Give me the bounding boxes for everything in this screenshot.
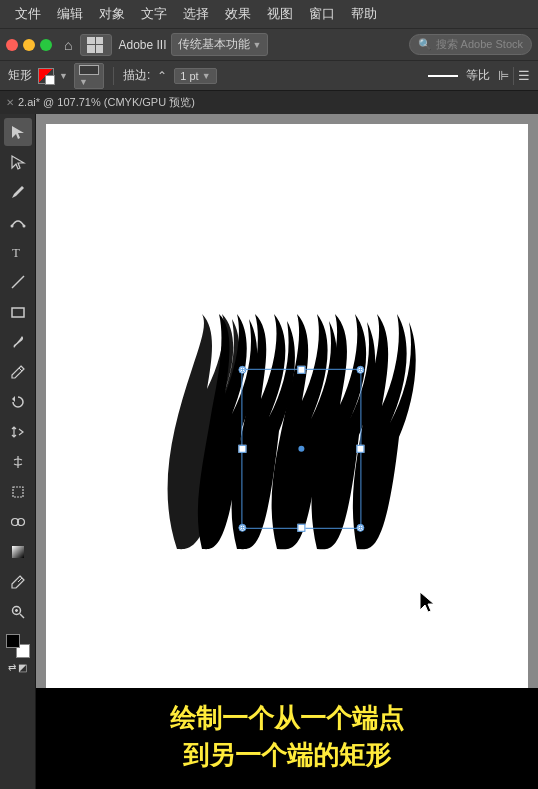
main-area: T <box>0 114 538 789</box>
close-button[interactable] <box>6 39 18 51</box>
foreground-color-swatch[interactable] <box>6 634 20 648</box>
workspace-preset-dropdown[interactable]: 传统基本功能 ▼ <box>171 33 269 56</box>
menu-file[interactable]: 文件 <box>8 3 48 25</box>
workspace-label: Adobe III <box>118 38 166 52</box>
color-swatches[interactable] <box>6 634 30 658</box>
free-transform-tool[interactable] <box>4 478 32 506</box>
pencil-tool[interactable] <box>4 358 32 386</box>
maximize-button[interactable] <box>40 39 52 51</box>
line-style-options <box>428 75 458 77</box>
annotation-overlay: 绘制一个从一个端点 到另一个端的矩形 <box>36 688 538 789</box>
stroke-chevron-icon: ▼ <box>59 71 68 81</box>
eyedropper-tool[interactable] <box>4 568 32 596</box>
workspace-grid-icon <box>80 34 112 56</box>
stroke-weight-dropdown-arrow: ▼ <box>202 71 211 81</box>
swap-colors-icon[interactable]: ⇄ <box>8 662 16 673</box>
fill-stroke-swatch[interactable]: ▼ <box>38 68 68 84</box>
stroke-weight-value: 1 pt <box>180 70 198 82</box>
default-colors-icon[interactable]: ◩ <box>18 662 27 673</box>
svg-point-1 <box>22 225 25 228</box>
svg-line-5 <box>19 368 22 371</box>
svg-marker-17 <box>420 592 434 612</box>
menu-view[interactable]: 视图 <box>260 3 300 25</box>
minimize-button[interactable] <box>23 39 35 51</box>
shape-builder-tool[interactable] <box>4 508 32 536</box>
menu-bar: 文件 编辑 对象 文字 选择 效果 视图 窗口 帮助 <box>0 0 538 28</box>
toolbar-properties: 矩形 ▼ ▼ 描边: ⌃ 1 pt ▼ 等比 ⊫ ☰ <box>0 60 538 90</box>
menu-effect[interactable]: 效果 <box>218 3 258 25</box>
dropdown-arrow-icon: ▼ <box>253 40 262 50</box>
type-tool[interactable]: T <box>4 238 32 266</box>
reflect-tool[interactable] <box>4 418 32 446</box>
search-icon: 🔍 <box>418 38 432 51</box>
cursor-arrow <box>420 592 438 619</box>
canvas-area[interactable]: 绘制一个从一个端点 到另一个端的矩形 <box>36 114 538 789</box>
direct-selection-tool[interactable] <box>4 148 32 176</box>
line-style-solid[interactable] <box>428 75 458 77</box>
home-icon[interactable]: ⌂ <box>60 35 76 55</box>
stroke-dropdown-arrow: ▼ <box>79 77 88 87</box>
menu-object[interactable]: 对象 <box>92 3 132 25</box>
menu-edit[interactable]: 编辑 <box>50 3 90 25</box>
tab-close-button[interactable]: ✕ <box>6 97 14 108</box>
artboard <box>46 124 528 779</box>
menu-select[interactable]: 选择 <box>176 3 216 25</box>
menu-help[interactable]: 帮助 <box>344 3 384 25</box>
paintbrush-tool[interactable] <box>4 328 32 356</box>
line-tool[interactable] <box>4 268 32 296</box>
traffic-lights <box>6 39 52 51</box>
svg-marker-6 <box>12 396 15 402</box>
tab-filename[interactable]: 2.ai* @ 107.71% (CMYK/GPU 预览) <box>18 95 195 110</box>
svg-rect-4 <box>12 308 24 317</box>
width-tool[interactable] <box>4 448 32 476</box>
svg-point-0 <box>10 225 13 228</box>
workspace-preset-label: 传统基本功能 <box>178 36 250 53</box>
selection-tool[interactable] <box>4 118 32 146</box>
toolbar-separator <box>113 67 114 85</box>
curvature-tool[interactable] <box>4 208 32 236</box>
svg-line-3 <box>12 276 24 288</box>
toolbar2-right-controls: 等比 ⊫ ☰ <box>428 67 530 85</box>
menu-text[interactable]: 文字 <box>134 3 174 25</box>
stroke-up-arrow[interactable]: ⌃ <box>157 69 167 83</box>
shape-tool-label: 矩形 <box>8 67 32 84</box>
search-placeholder: 搜索 Adobe Stock <box>436 37 523 52</box>
svg-rect-8 <box>13 487 23 497</box>
rectangle-tool[interactable] <box>4 298 32 326</box>
gradient-tool[interactable] <box>4 538 32 566</box>
stock-search-box[interactable]: 🔍 搜索 Adobe Stock <box>409 34 532 55</box>
pen-tool[interactable] <box>4 178 32 206</box>
stroke-label: 描边: <box>123 67 150 84</box>
more-options-icon[interactable]: ☰ <box>518 68 530 83</box>
align-icon[interactable]: ⊫ <box>498 68 509 83</box>
ratio-label: 等比 <box>466 67 490 84</box>
svg-rect-11 <box>12 546 24 558</box>
annotation-line2: 到另一个端的矩形 <box>56 737 518 773</box>
stroke-weight-field[interactable]: 1 pt ▼ <box>174 68 216 84</box>
toolbar2-separator2 <box>513 67 514 85</box>
toolbar-top: ⌂ Adobe III 传统基本功能 ▼ 🔍 搜索 Adobe Stock <box>0 28 538 60</box>
svg-line-14 <box>20 614 24 618</box>
menu-window[interactable]: 窗口 <box>302 3 342 25</box>
left-toolbar: T <box>0 114 36 789</box>
stroke-style-dropdown[interactable]: ▼ <box>74 63 104 89</box>
zoom-tool[interactable] <box>4 598 32 626</box>
annotation-line1: 绘制一个从一个端点 <box>56 700 518 736</box>
artwork <box>147 309 427 569</box>
svg-text:T: T <box>12 245 20 260</box>
tab-bar: ✕ 2.ai* @ 107.71% (CMYK/GPU 预览) <box>0 90 538 114</box>
rotate-tool[interactable] <box>4 388 32 416</box>
svg-line-12 <box>18 578 22 582</box>
color-controls: ⇄ ◩ <box>8 662 27 673</box>
